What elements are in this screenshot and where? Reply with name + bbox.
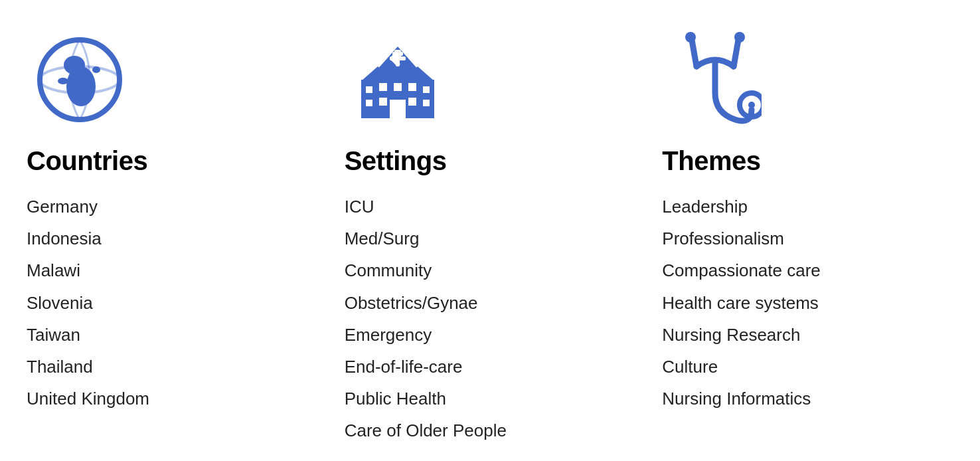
svg-rect-14 (408, 83, 416, 91)
stethoscope-icon-container (662, 27, 768, 133)
list-item: Nursing Informatics (662, 384, 820, 413)
svg-point-33 (748, 102, 755, 108)
svg-rect-12 (379, 83, 387, 91)
themes-column: Themes LeadershipProfessionalismCompassi… (649, 27, 967, 413)
svg-rect-15 (379, 98, 387, 106)
svg-rect-13 (394, 83, 402, 91)
settings-list: ICUMed/SurgCommunityObstetrics/GynaeEmer… (345, 192, 507, 446)
countries-title: Countries (27, 146, 147, 176)
list-item: Public Health (345, 384, 507, 413)
svg-rect-24 (366, 86, 372, 93)
list-item: Health care systems (662, 288, 820, 318)
settings-title: Settings (345, 146, 447, 176)
list-item: Thailand (27, 352, 149, 381)
svg-line-28 (692, 40, 696, 66)
globe-icon (33, 33, 126, 126)
settings-column: Settings ICUMed/SurgCommunityObstetrics/… (331, 27, 649, 446)
globe-icon-container (27, 27, 133, 133)
main-container: Countries GermanyIndonesiaMalawiSlovenia… (13, 27, 967, 446)
list-item: End-of-life-care (345, 352, 507, 381)
list-item: Indonesia (27, 224, 149, 253)
list-item: Compassionate care (662, 256, 820, 285)
list-item: Care of Older People (345, 416, 507, 445)
list-item: Culture (662, 352, 820, 381)
list-item: Professionalism (662, 224, 820, 253)
list-item: ICU (345, 192, 507, 221)
list-item: Med/Surg (345, 224, 507, 253)
list-item: Obstetrics/Gynae (345, 288, 507, 318)
svg-point-31 (734, 32, 745, 43)
svg-rect-26 (423, 86, 430, 93)
svg-rect-27 (423, 100, 430, 106)
svg-line-29 (734, 40, 738, 66)
svg-rect-17 (390, 100, 406, 118)
svg-rect-10 (361, 80, 381, 118)
themes-list: LeadershipProfessionalismCompassionate c… (662, 192, 820, 413)
list-item: Leadership (662, 192, 820, 221)
stethoscope-icon (669, 27, 762, 133)
list-item: United Kingdom (27, 384, 149, 413)
list-item: Germany (27, 192, 149, 221)
list-item: Emergency (345, 320, 507, 349)
svg-rect-11 (414, 80, 434, 118)
list-item: Malawi (27, 256, 149, 285)
countries-list: GermanyIndonesiaMalawiSloveniaTaiwanThai… (27, 192, 149, 413)
list-item: Taiwan (27, 320, 149, 349)
svg-rect-25 (366, 100, 372, 106)
hospital-icon (351, 33, 444, 126)
svg-point-3 (58, 78, 68, 84)
hospital-icon-container (345, 27, 451, 133)
svg-point-30 (685, 32, 696, 43)
list-item: Slovenia (27, 288, 149, 318)
countries-column: Countries GermanyIndonesiaMalawiSlovenia… (13, 27, 331, 413)
svg-point-2 (64, 56, 85, 74)
list-item: Nursing Research (662, 320, 820, 349)
svg-rect-16 (408, 98, 416, 106)
list-item: Community (345, 256, 507, 285)
themes-title: Themes (662, 146, 760, 176)
